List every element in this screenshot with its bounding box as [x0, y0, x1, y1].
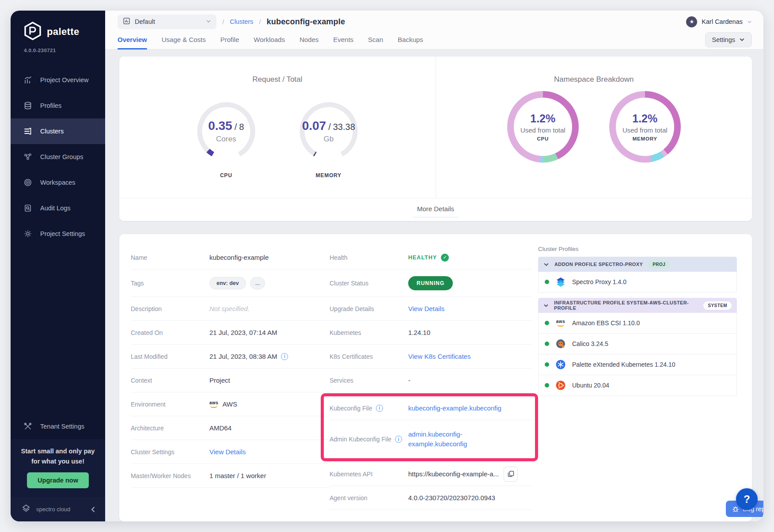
- request-total-title: Request / Total: [252, 75, 302, 84]
- upgrade-promo: Start small and only pay for what you us…: [11, 439, 105, 497]
- field-label: Cluster Settings: [131, 448, 209, 456]
- copy-icon[interactable]: [504, 467, 518, 482]
- project-selector[interactable]: Default: [118, 15, 216, 29]
- sidebar-footer: spectro cloud: [11, 497, 105, 521]
- field-value: 4.0.0-230720/20230720.0943: [408, 494, 495, 502]
- tab-nodes[interactable]: Nodes: [300, 30, 319, 49]
- memory-donut-metric: MEMORY: [633, 136, 657, 141]
- gear-icon: [23, 229, 33, 239]
- field-value: AMD64: [209, 424, 231, 432]
- sidebar-item-project-overview[interactable]: Project Overview: [11, 67, 105, 93]
- profile-pack-palette-extended-kubernetes[interactable]: Palette eXtended Kubernetes 1.24.10: [538, 354, 737, 375]
- pack-name: Spectro Proxy 1.4.0: [572, 278, 626, 285]
- detail-row-kubernetes-api: Kubernetes API https://kubeconfig-exampl…: [330, 462, 532, 486]
- tools-icon: [23, 422, 33, 431]
- tab-overview[interactable]: Overview: [118, 30, 147, 49]
- detail-row-last-modified: Last Modified 21 Jul, 2023, 08:38 AM i: [131, 345, 330, 369]
- field-value: Not specified.: [209, 305, 250, 312]
- sidebar-item-clusters[interactable]: Clusters: [11, 118, 105, 144]
- calico-icon: [555, 338, 566, 350]
- profile-pack-ubuntu[interactable]: Ubuntu 20.04: [538, 375, 737, 396]
- profile-pack-amazon-ebs-csi[interactable]: aws Amazon EBS CSI 1.10.0: [538, 313, 737, 334]
- tab-scan[interactable]: Scan: [368, 30, 383, 49]
- chevron-down-icon: [747, 19, 752, 24]
- profile-pack-spectro-proxy[interactable]: Spectro Proxy 1.4.0: [538, 272, 737, 293]
- target-icon: [23, 178, 33, 187]
- sidebar-item-label: Cluster Groups: [40, 153, 83, 160]
- field-value: 21 Jul, 2023, 07:14 AM: [209, 329, 277, 336]
- detail-row-tags: Tags env: dev ...: [131, 270, 330, 297]
- user-menu[interactable]: ★ Karl Cardenas: [686, 16, 752, 27]
- sidebar-item-audit-logs[interactable]: Audit Logs: [11, 195, 105, 221]
- more-details-button[interactable]: More Details: [413, 202, 459, 217]
- cpu-metric-label: CPU: [189, 172, 264, 179]
- field-label: Name: [131, 254, 209, 261]
- detail-row-kubeconfig-file: Kubeconfig File i kubeconfig-example.kub…: [330, 396, 532, 420]
- status-dot-icon: [545, 280, 549, 284]
- tab-profile[interactable]: Profile: [220, 30, 239, 49]
- detail-row-services: Services -: [330, 369, 532, 392]
- collapse-sidebar-icon[interactable]: [90, 506, 96, 513]
- chevron-down-icon: [206, 18, 211, 25]
- field-value: Project: [209, 376, 230, 384]
- cluster-tabbar: Overview Usage & Costs Profile Workloads…: [105, 30, 763, 49]
- sidebar-item-tenant-settings[interactable]: Tenant Settings: [11, 414, 105, 439]
- field-label: Environment: [131, 401, 209, 408]
- field-value: AWS: [222, 400, 237, 408]
- sidebar-item-label: Project Overview: [40, 76, 89, 84]
- spectro-cloud-logo-icon: [20, 503, 32, 516]
- breadcrumb-separator: /: [222, 18, 224, 26]
- help-button[interactable]: ?: [736, 488, 758, 510]
- namespace-cpu-donut: 1.2% Used from total CPU: [507, 91, 579, 163]
- addon-profile-header[interactable]: ADDON PROFILE SPECTRO-PROXY PROJ: [538, 257, 737, 272]
- field-label: Last Modified: [131, 353, 209, 360]
- upgrade-now-button[interactable]: Upgrade now: [27, 472, 89, 488]
- field-value: kubeconfig-example: [209, 254, 269, 261]
- detail-row-health: Health HEALTHY ✓: [330, 246, 532, 270]
- sidebar-item-profiles[interactable]: Profiles: [11, 93, 105, 118]
- doc-search-icon: [23, 203, 33, 213]
- ubuntu-icon: [555, 380, 566, 391]
- system-badge: SYSTEM: [703, 301, 732, 310]
- settings-button-label: Settings: [712, 36, 735, 43]
- sidebar: palette 4.0.0-230721 Project Overview Pr…: [11, 11, 105, 521]
- cpu-gauge: 0.35 / 8 Cores CPU: [189, 94, 264, 179]
- cpu-used-percent: 1.2%: [530, 112, 555, 125]
- info-icon[interactable]: i: [376, 405, 383, 412]
- detail-row-name: Name kubeconfig-example: [131, 246, 330, 270]
- infrastructure-profile-header[interactable]: INFRASTRUCTURE PROFILE SYSTEM-AWS-CLUSTE…: [538, 298, 737, 313]
- profile-pack-calico[interactable]: Calico 3.24.5: [538, 334, 737, 354]
- ratio-separator: /: [235, 122, 237, 132]
- tag-overflow-pill[interactable]: ...: [250, 277, 265, 289]
- details-left-column: Name kubeconfig-example Tags env: dev ..…: [131, 246, 330, 488]
- app-version: 4.0.0-230721: [11, 42, 105, 53]
- detail-row-agent-version: Agent version 4.0.0-230720/20230720.0943: [330, 486, 532, 510]
- field-label: Kubeconfig File: [330, 405, 372, 412]
- detail-row-admin-kubeconfig-file: Admin Kubeconfig File i admin.kubeconfig…: [330, 420, 532, 458]
- field-label: K8s Certificates: [330, 353, 408, 360]
- upgrade-details-link[interactable]: View Details: [408, 305, 444, 312]
- sidebar-item-project-settings[interactable]: Project Settings: [11, 221, 105, 247]
- info-icon[interactable]: i: [281, 353, 288, 360]
- sidebar-item-cluster-groups[interactable]: Cluster Groups: [11, 144, 105, 170]
- detail-row-master-worker: Master/Worker Nodes 1 master / 1 worker: [131, 464, 330, 488]
- tab-events[interactable]: Events: [333, 30, 353, 49]
- admin-kubeconfig-file-link[interactable]: admin.kubeconfig-example.kubeconfig: [408, 429, 511, 449]
- info-icon[interactable]: i: [395, 436, 402, 443]
- view-k8s-certificates-link[interactable]: View K8s Certificates: [408, 353, 470, 360]
- tab-backups[interactable]: Backups: [398, 30, 423, 49]
- usage-charts-card: Request / Total 0.35 /: [119, 57, 752, 221]
- detail-row-created-on: Created On 21 Jul, 2023, 07:14 AM: [131, 321, 330, 345]
- kubeconfig-file-link[interactable]: kubeconfig-example.kubeconfig: [408, 404, 501, 412]
- tab-workloads[interactable]: Workloads: [254, 30, 285, 49]
- detail-row-kubernetes: Kubernetes 1.24.10: [330, 321, 532, 345]
- tab-usage-costs[interactable]: Usage & Costs: [162, 30, 206, 49]
- breadcrumb-clusters-link[interactable]: Clusters: [230, 18, 253, 25]
- view-details-link[interactable]: View Details: [209, 448, 246, 456]
- memory-gauge: 0.07 / 33.38 Gb MEMORY: [291, 94, 366, 179]
- field-label: Kubernetes API: [330, 471, 408, 478]
- cluster-profiles-panel: Cluster Profiles ADDON PROFILE SPECTRO-P…: [538, 246, 737, 401]
- sidebar-item-workspaces[interactable]: Workspaces: [11, 170, 105, 195]
- kubernetes-api-url: https://kubeconfig-example-a...: [408, 470, 499, 478]
- settings-button[interactable]: Settings: [705, 32, 752, 47]
